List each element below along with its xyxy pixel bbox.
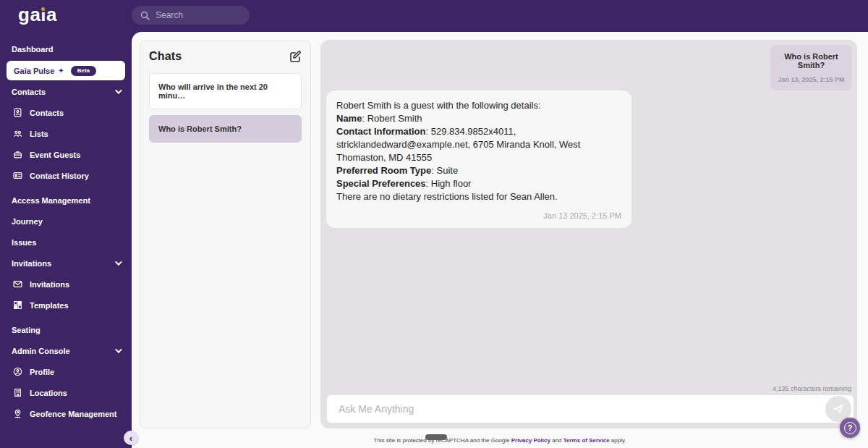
app-logo: gaia xyxy=(18,4,57,26)
id-card-icon xyxy=(13,171,22,180)
assistant-field: Contact Information529.834.9852x4011, st… xyxy=(336,125,621,164)
compose-icon xyxy=(289,50,302,63)
help-button[interactable]: ? xyxy=(840,418,860,438)
chevron-left-icon: ‹ xyxy=(129,433,132,444)
location-pin-icon xyxy=(13,409,22,418)
messages-scroll-region[interactable]: Who is Robert Smith? Jan 13, 2025, 2:15 … xyxy=(320,40,857,385)
assistant-field: NameRobert Smith xyxy=(336,112,621,125)
recaptcha-footer: This site is protected by reCAPTCHA and … xyxy=(132,437,868,444)
sidebar-group-contacts[interactable]: Contacts xyxy=(0,81,132,102)
envelope-icon xyxy=(13,279,22,289)
contact-badge-icon xyxy=(13,108,22,117)
sidebar-item-profile[interactable]: Profile xyxy=(0,361,132,382)
sidebar-item-label: Gaia Pulse xyxy=(14,67,54,75)
person-circle-icon xyxy=(13,367,22,376)
chevron-down-icon xyxy=(115,346,122,353)
assistant-message-timestamp: Jan 13 2025, 2:15 PM xyxy=(336,209,621,222)
sidebar-item-templates[interactable]: Templates xyxy=(0,295,132,316)
assistant-message-bubble: Robert Smith is a guest with the followi… xyxy=(326,90,631,228)
sidebar-item-label: Admin Console xyxy=(12,347,70,355)
sidebar-item-label: Invitations xyxy=(12,259,51,268)
chat-list-item[interactable]: Who will arrive in the next 20 minu… xyxy=(149,73,302,109)
assistant-message-intro: Robert Smith is a guest with the followi… xyxy=(336,99,621,112)
sidebar-group-invitations[interactable]: Invitations xyxy=(0,253,132,274)
sidebar-item-label: Contacts xyxy=(12,88,46,96)
user-message-bubble: Who is Robert Smith? Jan 13, 2025, 2:15 … xyxy=(770,45,852,90)
sidebar-item-event-guests[interactable]: Event Guests xyxy=(0,144,132,165)
sidebar-item-seating[interactable]: Seating xyxy=(0,319,132,340)
privacy-policy-link[interactable]: Privacy Policy xyxy=(511,437,550,444)
sidebar-item-contacts[interactable]: Contacts xyxy=(0,102,132,123)
chat-list-item-selected[interactable]: Who is Robert Smith? xyxy=(149,115,302,143)
sidebar-item-geofence-management[interactable]: Geofence Management xyxy=(0,403,132,424)
sidebar-item-issues[interactable]: Issues xyxy=(0,232,132,253)
sidebar-item-label: Profile xyxy=(30,368,54,376)
beta-badge: Beta xyxy=(71,66,96,76)
chevron-down-icon xyxy=(115,87,122,94)
sidebar-item-label: Geofence Management xyxy=(30,410,116,418)
sidebar-item-locations[interactable]: Locations xyxy=(0,382,132,403)
search-icon xyxy=(140,11,150,20)
horizontal-scrollbar-thumb[interactable] xyxy=(425,434,447,440)
people-icon xyxy=(13,129,22,138)
sparkle-icon: ✦ xyxy=(58,67,64,75)
sidebar-item-assign-guest-details[interactable]: Assign Guest Details xyxy=(0,424,132,428)
chats-panel-title: Chats xyxy=(149,50,182,63)
characters-remaining: 4,135 characters remaining xyxy=(320,385,851,392)
sidebar-item-contact-history[interactable]: Contact History xyxy=(0,165,132,186)
search-input[interactable] xyxy=(156,10,241,20)
chats-panel: Chats Who will arrive in the next 20 min… xyxy=(140,41,311,428)
sidebar-item-label: Contacts xyxy=(30,109,64,117)
sidebar-item-access-management[interactable]: Access Management xyxy=(0,190,132,211)
global-search[interactable] xyxy=(132,6,250,25)
sidebar-group-admin-console[interactable]: Admin Console xyxy=(0,340,132,361)
assistant-field: Preferred Room TypeSuite xyxy=(336,164,621,177)
sidebar-item-journey[interactable]: Journey xyxy=(0,211,132,232)
footer-text: and xyxy=(550,437,563,444)
sidebar-item-gaia-pulse[interactable]: Gaia Pulse ✦ Beta xyxy=(7,61,125,80)
paper-plane-icon xyxy=(833,403,844,415)
building-icon xyxy=(13,388,22,397)
sidebar-item-invitations[interactable]: Invitations xyxy=(0,274,132,295)
grid-icon xyxy=(13,300,22,310)
logo-gold-dot-icon xyxy=(41,7,45,11)
briefcase-icon xyxy=(13,150,22,159)
sidebar-item-dashboard[interactable]: Dashboard xyxy=(0,38,132,59)
sidebar-item-label: Issues xyxy=(12,238,36,247)
sidebar-item-label: Dashboard xyxy=(12,45,53,54)
assistant-field: Special PreferencesHigh floor xyxy=(336,177,621,190)
ask-me-anything-input[interactable] xyxy=(327,395,854,423)
main-content: Chats Who will arrive in the next 20 min… xyxy=(132,32,868,448)
chevron-down-icon xyxy=(115,258,122,266)
sidebar-item-label: Seating xyxy=(12,326,41,334)
sidebar-item-label: Locations xyxy=(30,389,67,397)
sidebar-item-label: Access Management xyxy=(12,196,90,205)
user-message-text: Who is Robert Smith? xyxy=(778,52,845,69)
question-mark-icon: ? xyxy=(844,422,856,434)
user-message-timestamp: Jan 13, 2025, 2:15 PM xyxy=(778,76,845,83)
sidebar: Dashboard Gaia Pulse ✦ Beta Contacts Con… xyxy=(0,32,132,428)
sidebar-item-label: Event Guests xyxy=(30,151,80,159)
conversation-area: Who is Robert Smith? Jan 13, 2025, 2:15 … xyxy=(320,40,857,428)
sidebar-item-label: Journey xyxy=(12,217,43,226)
sidebar-item-label: Templates xyxy=(30,301,69,310)
footer-text: apply. xyxy=(610,437,626,444)
assistant-message-outro: There are no dietary restrictions listed… xyxy=(336,190,621,203)
app-logo-text: gaia xyxy=(18,4,57,25)
sidebar-item-label: Invitations xyxy=(30,280,69,289)
terms-of-service-link[interactable]: Terms of Service xyxy=(563,437,610,444)
sidebar-item-label: Lists xyxy=(30,130,48,138)
sidebar-item-label: Contact History xyxy=(30,172,89,180)
new-chat-button[interactable] xyxy=(289,50,302,63)
sidebar-collapse-button[interactable]: ‹ xyxy=(124,431,138,445)
sidebar-item-lists[interactable]: Lists xyxy=(0,123,132,144)
